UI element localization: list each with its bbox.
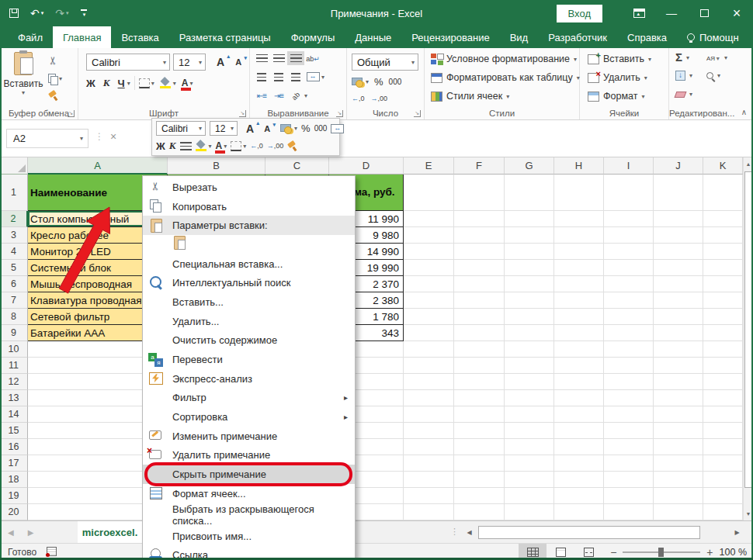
format-painter-icon[interactable] bbox=[287, 141, 297, 151]
cell-F18[interactable] bbox=[454, 472, 505, 488]
fill-button[interactable]: ▾ bbox=[675, 71, 692, 81]
bold-button[interactable]: Ж bbox=[86, 78, 95, 89]
zoom-level[interactable]: 100 % bbox=[720, 547, 747, 558]
cell-G13[interactable] bbox=[505, 390, 554, 406]
cell-J3[interactable] bbox=[654, 227, 703, 244]
align-top-button[interactable] bbox=[253, 51, 270, 65]
percent-style-button[interactable]: % bbox=[374, 76, 383, 88]
menu-item-paste-options[interactable]: Параметры вставки: bbox=[143, 216, 355, 235]
cell-E6[interactable] bbox=[404, 276, 454, 292]
mini-increase-decimal-button[interactable]: ←,0 bbox=[250, 142, 263, 150]
cell-E2[interactable] bbox=[404, 211, 454, 227]
cell-K4[interactable] bbox=[703, 244, 743, 260]
cell-G17[interactable] bbox=[505, 455, 554, 472]
menu-item-delete-comment[interactable]: Удалить примечание bbox=[143, 446, 355, 465]
cell-E17[interactable] bbox=[404, 455, 454, 472]
cell-J1[interactable] bbox=[654, 175, 703, 211]
cell-H15[interactable] bbox=[554, 423, 604, 439]
dialog-launcher-icon[interactable] bbox=[414, 110, 421, 117]
cell-I16[interactable] bbox=[604, 439, 654, 455]
font-name-combo[interactable]: Calibri▾ bbox=[86, 54, 170, 71]
cell-G15[interactable] bbox=[505, 423, 554, 439]
menu-item-define-name[interactable]: Присвоить имя... bbox=[143, 527, 355, 546]
chevron-down-icon[interactable]: ▾ bbox=[304, 92, 307, 99]
cell-H5[interactable] bbox=[554, 260, 604, 276]
cell-G10[interactable] bbox=[505, 341, 554, 358]
row-header-9[interactable]: 9 bbox=[0, 325, 28, 341]
comma-style-button[interactable]: 000 bbox=[389, 78, 402, 86]
cell-I6[interactable] bbox=[604, 276, 654, 292]
cell-E20[interactable] bbox=[404, 504, 454, 520]
decrease-indent-button[interactable]: ⇤≡ bbox=[253, 88, 270, 102]
cell-H2[interactable] bbox=[554, 211, 604, 227]
cell-J2[interactable] bbox=[654, 211, 703, 227]
paste-button[interactable]: Вставить ▾ bbox=[5, 52, 42, 106]
cancel-icon[interactable]: × bbox=[110, 130, 116, 143]
cell-I14[interactable] bbox=[604, 406, 654, 423]
close-button[interactable]: × bbox=[720, 0, 753, 26]
cell-F20[interactable] bbox=[454, 504, 505, 520]
save-icon[interactable] bbox=[9, 9, 19, 18]
cell-H3[interactable] bbox=[554, 227, 604, 244]
italic-button[interactable]: К bbox=[103, 77, 110, 89]
cell-I19[interactable] bbox=[604, 488, 654, 504]
row-header-8[interactable]: 8 bbox=[0, 309, 28, 325]
shrink-font-button[interactable]: А bbox=[235, 57, 241, 67]
cell-J5[interactable] bbox=[654, 260, 703, 276]
cell-I18[interactable] bbox=[604, 472, 654, 488]
mini-fill-color-button[interactable]: ▾ bbox=[196, 141, 212, 151]
menu-item-filter[interactable]: Фильтр▸ bbox=[143, 389, 355, 408]
cell-K14[interactable] bbox=[703, 406, 743, 423]
cell-G7[interactable] bbox=[505, 292, 554, 309]
cell-F14[interactable] bbox=[454, 406, 505, 423]
menu-item-insert[interactable]: Вставить... bbox=[143, 292, 355, 312]
align-center-button[interactable] bbox=[270, 70, 287, 84]
cell-F4[interactable] bbox=[454, 244, 505, 260]
macro-record-icon[interactable] bbox=[47, 547, 57, 556]
row-header-5[interactable]: 5 bbox=[0, 260, 28, 276]
chevron-down-icon[interactable]: ▾ bbox=[321, 74, 324, 81]
ribbon-display-options-button[interactable] bbox=[623, 0, 655, 26]
row-header-2[interactable]: 2 bbox=[0, 211, 28, 227]
sheet-tab-active[interactable]: microexcel. bbox=[78, 521, 143, 544]
cell-H20[interactable] bbox=[554, 504, 604, 520]
cell-E18[interactable] bbox=[404, 472, 454, 488]
cell-G9[interactable] bbox=[505, 325, 554, 341]
menu-item-copy[interactable]: Копировать bbox=[143, 197, 355, 216]
zoom-out-button[interactable]: − bbox=[610, 546, 616, 558]
column-header-A[interactable]: A bbox=[28, 157, 168, 175]
row-header-19[interactable]: 19 bbox=[0, 488, 28, 504]
tab-home[interactable]: Главная bbox=[53, 26, 111, 48]
cell-E4[interactable] bbox=[404, 244, 454, 260]
row-header-4[interactable]: 4 bbox=[0, 244, 28, 260]
wrap-text-button[interactable] bbox=[304, 51, 321, 65]
cell-E15[interactable] bbox=[404, 423, 454, 439]
menu-item-sort[interactable]: Сортировка▸ bbox=[143, 407, 355, 427]
cell-F10[interactable] bbox=[454, 341, 505, 358]
cell-I13[interactable] bbox=[604, 390, 654, 406]
cell-F17[interactable] bbox=[454, 455, 505, 472]
cell-K6[interactable] bbox=[703, 276, 743, 292]
row-header-13[interactable]: 13 bbox=[0, 390, 28, 406]
tab-formulas[interactable]: Формулы bbox=[281, 26, 345, 48]
cell-E14[interactable] bbox=[404, 406, 454, 423]
cell-J12[interactable] bbox=[654, 374, 703, 390]
scroll-right-icon[interactable]: ▶ bbox=[730, 526, 744, 539]
cell-F5[interactable] bbox=[454, 260, 505, 276]
cell-K2[interactable] bbox=[703, 211, 743, 227]
cell-K5[interactable] bbox=[703, 260, 743, 276]
cell-G16[interactable] bbox=[505, 439, 554, 455]
collapse-ribbon-icon[interactable]: ∧ bbox=[741, 108, 747, 116]
cell-I5[interactable] bbox=[604, 260, 654, 276]
column-header-H[interactable]: H bbox=[554, 157, 604, 175]
menu-item-clear-contents[interactable]: Очистить содержимое bbox=[143, 331, 355, 351]
merge-center-button[interactable] bbox=[304, 70, 321, 84]
cell-E3[interactable] bbox=[404, 227, 454, 244]
column-header-C[interactable]: C bbox=[265, 157, 329, 175]
copy-button[interactable]: ▾ bbox=[48, 74, 62, 84]
menu-item-smart-lookup[interactable]: Интеллектуальный поиск bbox=[143, 273, 355, 292]
cell-E9[interactable] bbox=[404, 325, 454, 341]
borders-button[interactable]: ▾ bbox=[139, 78, 154, 88]
cell-F6[interactable] bbox=[454, 276, 505, 292]
cell-J15[interactable] bbox=[654, 423, 703, 439]
